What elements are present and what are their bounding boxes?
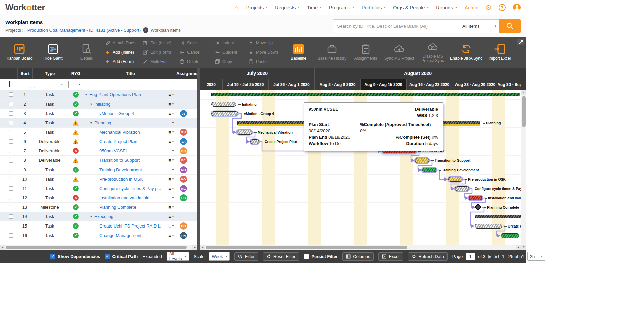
table-row[interactable]: 4Task!▼Planning≡▼ bbox=[0, 118, 197, 128]
nav-item-projects[interactable]: Projects▼ bbox=[246, 5, 268, 10]
last-page-icon[interactable]: ▶ bbox=[495, 254, 499, 259]
row-title-link[interactable]: Create Uchi ITS Project RAID l... bbox=[99, 223, 163, 229]
scroll-thumb[interactable] bbox=[6, 246, 187, 249]
kanban-board-button[interactable]: Kanban Board bbox=[3, 44, 36, 61]
nav-item-time[interactable]: Time▼ bbox=[307, 5, 322, 10]
assignee-avatar[interactable]: RC bbox=[180, 157, 187, 164]
row-title-link[interactable]: Executing bbox=[94, 214, 113, 219]
row-menu-icon[interactable]: ≡▼ bbox=[168, 167, 176, 173]
header-assignment[interactable]: Assignme bbox=[176, 68, 197, 79]
expand-toggle[interactable]: ▼ bbox=[90, 103, 94, 106]
expand-toggle[interactable]: ▼ bbox=[85, 93, 89, 96]
scroll-thumb[interactable] bbox=[206, 246, 407, 249]
assignee-avatar[interactable]: KG bbox=[180, 176, 187, 183]
page-number-input[interactable] bbox=[466, 253, 475, 260]
page-size-select[interactable]: 25▾ bbox=[527, 252, 545, 261]
assignee-avatar[interactable]: JS bbox=[180, 110, 187, 117]
next-page-icon[interactable]: ▶ bbox=[488, 254, 492, 259]
assignee-avatar[interactable]: EG bbox=[180, 194, 187, 201]
row-title-link[interactable]: Change Management bbox=[99, 233, 141, 238]
row-checkbox[interactable] bbox=[9, 121, 13, 125]
row-menu-icon[interactable]: ≡▼ bbox=[168, 120, 176, 126]
table-row[interactable]: 8Deliverable!Transition to Support≡▼RC bbox=[0, 156, 197, 165]
gantt-bar[interactable] bbox=[469, 196, 482, 200]
gantt-bar[interactable] bbox=[250, 139, 259, 144]
table-row[interactable]: 10Task!Pre-production in OSK≡▼KG bbox=[0, 175, 197, 184]
nav-item-portfolios[interactable]: Portfolios▼ bbox=[362, 5, 386, 10]
assignee-avatar[interactable]: DC bbox=[180, 147, 187, 154]
gantt-bar[interactable] bbox=[211, 102, 236, 107]
assignee-avatar[interactable]: PH bbox=[180, 232, 187, 239]
assignee-avatar[interactable]: MD bbox=[180, 166, 187, 173]
scroll-up-icon[interactable]: ▲ bbox=[521, 90, 526, 95]
workotter-logo[interactable]: Workotter bbox=[5, 2, 45, 13]
row-checkbox[interactable] bbox=[9, 130, 13, 134]
filter-button[interactable]: Filter bbox=[234, 252, 258, 261]
excel-button[interactable]: Excel bbox=[378, 252, 403, 261]
search-input[interactable] bbox=[333, 19, 460, 33]
row-menu-icon[interactable]: ≡▼ bbox=[168, 148, 176, 154]
row-title-link[interactable]: Eng-Plant Operations Plan bbox=[89, 92, 141, 97]
sort-filter-input[interactable] bbox=[19, 81, 31, 88]
gantt-bar[interactable] bbox=[211, 93, 520, 96]
table-row[interactable]: 13Milestone✓Planning Complete≡▼ bbox=[0, 203, 197, 212]
gantt-chart-body[interactable]: InitiatingvMotion - Group 4PlanningMecha… bbox=[200, 90, 521, 245]
select-all-checkbox[interactable] bbox=[9, 81, 10, 87]
row-checkbox[interactable] bbox=[9, 168, 13, 172]
table-row[interactable]: 14Task✓▼Executing≡▼ bbox=[0, 212, 197, 221]
row-menu-icon[interactable]: ≡▼ bbox=[168, 176, 176, 182]
nav-item-reports[interactable]: Reports▼ bbox=[436, 5, 458, 10]
row-title-link[interactable]: Mechanical Vibration bbox=[99, 130, 140, 135]
row-title-link[interactable]: 950nm VCSEL bbox=[99, 148, 128, 153]
row-menu-icon[interactable]: ≡▼ bbox=[168, 157, 176, 163]
row-checkbox[interactable] bbox=[9, 214, 13, 219]
nav-item-requests[interactable]: Requests▼ bbox=[275, 5, 300, 10]
table-row[interactable]: 3Task✓vMotion - Group 4≡▼JS bbox=[0, 109, 197, 118]
row-checkbox[interactable] bbox=[9, 139, 13, 144]
row-title-link[interactable]: Installation and validatioin bbox=[99, 195, 149, 200]
reset-filter-button[interactable]: Reset Filter bbox=[263, 252, 299, 261]
header-type[interactable]: Type bbox=[32, 68, 67, 79]
ryg-filter-select[interactable]: ▾ bbox=[68, 81, 83, 88]
row-checkbox[interactable] bbox=[9, 233, 13, 238]
show-dependencies-checkbox[interactable]: ✓ bbox=[50, 254, 55, 259]
header-sort[interactable]: Sort bbox=[17, 68, 32, 79]
persist-filter-checkbox[interactable] bbox=[304, 254, 309, 259]
row-checkbox[interactable] bbox=[9, 224, 13, 228]
row-title-link[interactable]: Training Development bbox=[99, 167, 142, 172]
table-row[interactable]: 11Task✓Configure cycle times & Pay p...≡… bbox=[0, 184, 197, 193]
assignee-avatar[interactable]: DG bbox=[180, 222, 187, 230]
assignee-avatar[interactable]: JA bbox=[180, 138, 187, 145]
table-row[interactable]: 15Task✓Create Uchi ITS Project RAID l...… bbox=[0, 221, 197, 231]
table-row[interactable]: 5Task!Mechanical Vibration≡▼RH bbox=[0, 128, 197, 137]
header-ryg[interactable]: RYG bbox=[67, 68, 85, 79]
row-title-link[interactable]: Pre-production in OSK bbox=[99, 177, 143, 182]
scroll-thumb[interactable] bbox=[522, 96, 526, 127]
row-menu-icon[interactable]: ≡▼ bbox=[168, 101, 176, 107]
gantt-bar[interactable] bbox=[455, 186, 469, 191]
baseline-button[interactable]: Baseline bbox=[282, 44, 315, 61]
table-row[interactable]: 6Deliverable!Create Project Plan≡▼JA bbox=[0, 137, 197, 146]
scroll-right-icon[interactable]: ► bbox=[516, 245, 521, 250]
table-horizontal-scrollbar[interactable]: ◄ ► bbox=[0, 245, 197, 250]
scale-select[interactable]: Week▾ bbox=[209, 252, 230, 261]
row-checkbox[interactable] bbox=[9, 158, 13, 163]
table-row[interactable]: 16Task✓Change Management≡▼PH bbox=[0, 231, 197, 240]
scroll-right-icon[interactable]: ► bbox=[192, 245, 197, 250]
row-menu-icon[interactable]: ≡▼ bbox=[168, 92, 176, 98]
row-title-link[interactable]: Configure cycle times & Pay p... bbox=[99, 186, 161, 191]
row-checkbox[interactable] bbox=[9, 102, 13, 106]
row-menu-icon[interactable]: ≡▼ bbox=[168, 195, 176, 201]
help-icon[interactable]: ? bbox=[499, 4, 506, 11]
row-title-link[interactable]: Planning bbox=[94, 120, 111, 125]
row-checkbox[interactable] bbox=[9, 186, 13, 191]
gantt-bar[interactable] bbox=[415, 158, 429, 163]
expand-toggle[interactable]: ▼ bbox=[90, 121, 94, 125]
row-menu-icon[interactable]: ≡▼ bbox=[168, 111, 176, 116]
row-menu-icon[interactable]: ≡▼ bbox=[168, 204, 176, 210]
table-row[interactable]: 2Task✓▼Initiating≡▼ bbox=[0, 100, 197, 109]
add-inline-button[interactable]: +Add (Inline) bbox=[103, 49, 141, 56]
row-menu-icon[interactable]: ≡▼ bbox=[168, 233, 176, 238]
expand-toggle[interactable]: ▼ bbox=[90, 215, 94, 218]
row-title-link[interactable]: Create Project Plan bbox=[99, 139, 137, 144]
